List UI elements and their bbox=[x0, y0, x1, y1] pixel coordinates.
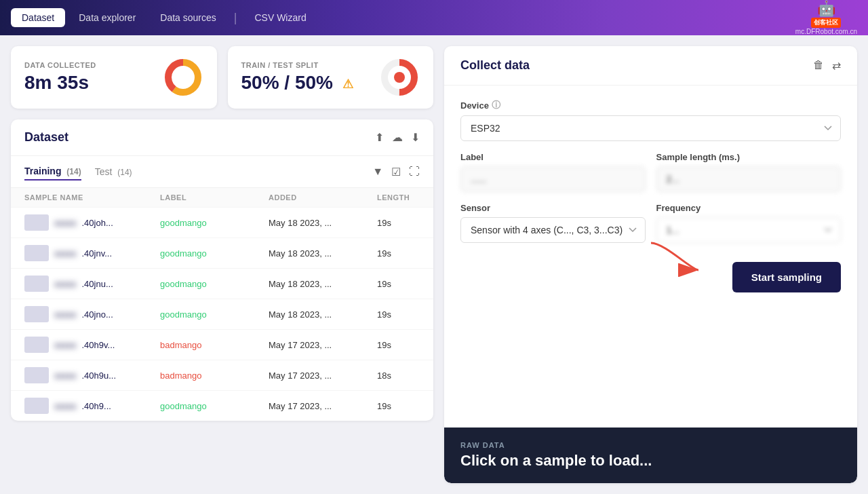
label-input[interactable] bbox=[460, 166, 646, 192]
tabs-actions: ▼ ☑ ⛶ bbox=[372, 166, 420, 178]
filter-icon[interactable]: ▼ bbox=[372, 166, 383, 178]
sample-length: 19s bbox=[377, 218, 433, 228]
tab-test[interactable]: Test (14) bbox=[95, 164, 132, 180]
sample-thumbnail bbox=[24, 306, 49, 322]
dataset-card: Dataset ⬆ ☁ ⬇ Training (14) Test (14) bbox=[11, 119, 433, 421]
upload-icon[interactable]: ⬆ bbox=[375, 131, 384, 144]
sample-name: xxxxx bbox=[54, 370, 77, 381]
sample-label: badmango bbox=[160, 370, 269, 381]
sample-length: 19s bbox=[377, 248, 433, 259]
sample-thumbnail bbox=[24, 214, 49, 231]
sample-name-suffix: .40jnv... bbox=[82, 248, 113, 259]
table-row[interactable]: xxxxx.40jno... goodmango May 18 2023, ..… bbox=[11, 299, 433, 329]
table-row[interactable]: xxxxx.40jnu... goodmango May 18 2023, ..… bbox=[11, 268, 433, 299]
dataset-tabs: Training (14) Test (14) ▼ ☑ ⛶ bbox=[11, 156, 433, 188]
sample-name-suffix: .40h9v... bbox=[82, 340, 115, 350]
stat-value-train-test: 50% / 50% ⚠ bbox=[241, 72, 353, 94]
sample-added: May 17 2023, ... bbox=[269, 340, 377, 350]
sensor-form-group: Sensor Sensor with 4 axes (C..., C3, 3..… bbox=[460, 203, 646, 243]
nav-separator: | bbox=[234, 11, 237, 25]
start-sampling-button[interactable]: Start sampling bbox=[732, 262, 841, 292]
sample-label: goodmango bbox=[160, 279, 269, 289]
logo-text: mc.DFRobot.com.cn bbox=[795, 28, 857, 35]
sample-name-suffix: .40joh... bbox=[82, 218, 113, 228]
expand-icon[interactable]: ⛶ bbox=[409, 166, 420, 178]
sample-thumbnail bbox=[24, 398, 49, 414]
sample-added: May 18 2023, ... bbox=[269, 248, 377, 259]
stat-card-data-collected: DATA COLLECTED 8m 35s bbox=[11, 46, 217, 109]
checkbox-icon[interactable]: ☑ bbox=[391, 166, 401, 178]
sample-thumbnail bbox=[24, 337, 49, 353]
sample-label: goodmango bbox=[160, 218, 269, 228]
dataset-title: Dataset bbox=[24, 130, 375, 145]
logo-badge: 创客社区 bbox=[811, 18, 841, 28]
sample-length-input[interactable] bbox=[656, 166, 842, 192]
sample-name: xxxxx bbox=[54, 218, 77, 228]
device-form-group: Device ⓘ ESP32 bbox=[460, 99, 841, 141]
table-row[interactable]: xxxxx.40h9... goodmango May 17 2023, ...… bbox=[11, 390, 433, 421]
sensor-label: Sensor bbox=[460, 203, 646, 213]
dataset-header: Dataset ⬆ ☁ ⬇ bbox=[11, 119, 433, 156]
sample-added: May 18 2023, ... bbox=[269, 309, 377, 320]
sample-name-suffix: .40h9... bbox=[82, 401, 111, 411]
sample-length: 19s bbox=[377, 401, 433, 411]
sample-name-suffix: .40h9u... bbox=[82, 370, 117, 381]
trash-icon[interactable]: 🗑 bbox=[813, 59, 824, 72]
col-length: LENGTH bbox=[377, 193, 433, 202]
label-form-group: Label bbox=[460, 152, 646, 192]
table-row[interactable]: xxxxx.40joh... goodmango May 18 2023, ..… bbox=[11, 207, 433, 238]
table-row[interactable]: xxxxx.40jnv... goodmango May 18 2023, ..… bbox=[11, 238, 433, 268]
stat-label-data-collected: DATA COLLECTED bbox=[24, 61, 96, 69]
table-row[interactable]: xxxxx.40h9v... badmango May 17 2023, ...… bbox=[11, 329, 433, 360]
label-field-label: Label bbox=[460, 152, 646, 162]
collect-body: Device ⓘ ESP32 Label Sample length (ms.) bbox=[444, 86, 857, 428]
col-sample-name: SAMPLE NAME bbox=[24, 193, 160, 202]
sample-name: xxxxx bbox=[54, 309, 77, 320]
tab-training[interactable]: Training (14) bbox=[24, 163, 81, 180]
download-icon[interactable]: ⬇ bbox=[411, 131, 420, 144]
frequency-label: Frequency bbox=[656, 203, 842, 213]
sample-name: xxxxx bbox=[54, 340, 77, 350]
sample-label: goodmango bbox=[160, 401, 269, 411]
sample-added: May 18 2023, ... bbox=[269, 279, 377, 289]
sample-length: 19s bbox=[377, 279, 433, 289]
nav-tab-data-explorer[interactable]: Data explorer bbox=[68, 8, 146, 27]
sample-thumbnail bbox=[24, 245, 49, 261]
nav-tab-data-sources[interactable]: Data sources bbox=[149, 8, 226, 27]
sample-name: xxxxx bbox=[54, 401, 77, 411]
table-row[interactable]: xxxxx.40h9u... badmango May 17 2023, ...… bbox=[11, 360, 433, 390]
sample-thumbnail bbox=[24, 367, 49, 383]
share-icon[interactable]: ⇄ bbox=[832, 59, 841, 72]
sensor-select[interactable]: Sensor with 4 axes (C..., C3, 3...C3) bbox=[460, 217, 646, 243]
sample-label: badmango bbox=[160, 340, 269, 350]
arrow-indicator bbox=[644, 236, 705, 277]
sample-length: 19s bbox=[377, 309, 433, 320]
start-sampling-area: Start sampling bbox=[460, 256, 841, 292]
stat-value-data-collected: 8m 35s bbox=[24, 72, 96, 94]
stats-row: DATA COLLECTED 8m 35s TRAIN / TEST SPLIT… bbox=[11, 46, 433, 109]
device-select[interactable]: ESP32 bbox=[460, 115, 841, 141]
left-panel: DATA COLLECTED 8m 35s TRAIN / TEST SPLIT… bbox=[0, 35, 444, 494]
stat-label-train-test: TRAIN / TEST SPLIT bbox=[241, 61, 353, 69]
nav-tab-dataset[interactable]: Dataset bbox=[11, 8, 65, 27]
sample-thumbnail bbox=[24, 276, 49, 292]
col-label: LABEL bbox=[160, 193, 269, 202]
sample-label: goodmango bbox=[160, 248, 269, 259]
sample-added: May 17 2023, ... bbox=[269, 401, 377, 411]
sample-label: goodmango bbox=[160, 309, 269, 320]
warning-icon: ⚠ bbox=[342, 77, 353, 91]
nav-tab-csv-wizard[interactable]: CSV Wizard bbox=[243, 8, 317, 27]
table-body: xxxxx.40joh... goodmango May 18 2023, ..… bbox=[11, 207, 433, 421]
sample-added: May 17 2023, ... bbox=[269, 370, 377, 381]
logo: 🤖 创客社区 mc.DFRobot.com.cn bbox=[795, 0, 857, 35]
raw-data-text: Click on a sample to load... bbox=[460, 452, 841, 470]
device-help-icon[interactable]: ⓘ bbox=[492, 99, 500, 111]
col-added: ADDED bbox=[269, 193, 377, 202]
sample-name-suffix: .40jno... bbox=[82, 309, 113, 320]
cloud-upload-icon[interactable]: ☁ bbox=[392, 131, 403, 144]
sample-length: 18s bbox=[377, 370, 433, 381]
sample-added: May 18 2023, ... bbox=[269, 218, 377, 228]
top-navigation: Dataset Data explorer Data sources | CSV… bbox=[0, 0, 868, 35]
collect-title: Collect data bbox=[460, 58, 813, 73]
dataset-actions: ⬆ ☁ ⬇ bbox=[375, 131, 420, 144]
